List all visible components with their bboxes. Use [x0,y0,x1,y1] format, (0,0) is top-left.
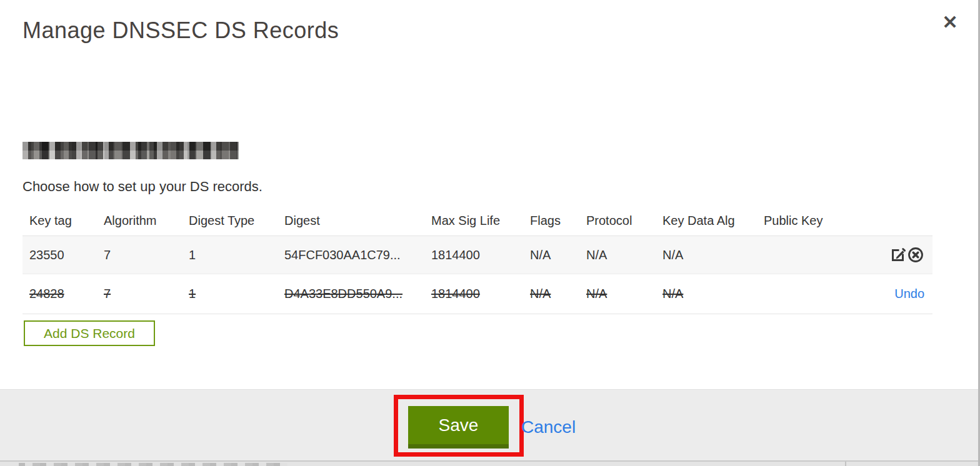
add-ds-record-button[interactable]: Add DS Record [24,320,155,346]
cancel-link[interactable]: Cancel [521,417,576,437]
page-title: Manage DNSSEC DS Records [22,17,339,44]
cell-key-tag: 24828 [22,287,104,301]
column-header-digest-type: Digest Type [189,214,284,228]
column-header-algorithm: Algorithm [104,214,189,228]
row-actions [891,246,932,264]
table-row-deleted: 24828 7 1 D4A33E8DD550A9... 1814400 N/A … [22,274,932,314]
column-header-key-tag: Key tag [22,214,104,228]
cell-key-tag: 23550 [22,248,104,262]
cell-protocol: N/A [586,287,662,301]
column-header-digest: Digest [284,214,431,228]
table-row: 23550 7 1 54FCF030AA1C79... 1814400 N/A … [22,235,932,274]
cell-max-sig-life: 1814400 [431,287,530,301]
cell-key-data-alg: N/A [662,287,764,301]
cell-digest-type: 1 [189,248,284,262]
column-header-protocol: Protocol [586,214,662,228]
delete-circle-x-icon[interactable] [907,246,924,264]
instruction-text: Choose how to set up your DS records. [22,179,262,195]
column-header-flags: Flags [530,214,586,228]
undo-link[interactable]: Undo [894,287,924,301]
cell-key-data-alg: N/A [662,248,764,262]
cell-algorithm: 7 [104,287,189,301]
column-header-max-sig-life: Max Sig Life [431,214,530,228]
close-icon[interactable]: ✕ [938,10,962,35]
save-button[interactable]: Save [408,406,509,449]
page-bottom-strip [0,460,978,466]
row-actions: Undo [891,287,932,301]
background-column-divider [845,462,846,466]
edit-icon[interactable] [889,246,907,264]
cell-digest: 54FCF030AA1C79... [284,248,431,262]
ds-records-table: Key tag Algorithm Digest Type Digest Max… [22,206,932,314]
cell-max-sig-life: 1814400 [431,248,530,262]
cell-algorithm: 7 [104,248,189,262]
cell-flags: N/A [530,248,586,262]
cell-digest: D4A33E8DD550A9... [284,287,431,301]
column-header-key-data-alg: Key Data Alg [662,214,764,228]
background-content-smudge [19,463,288,466]
column-header-public-key: Public Key [764,214,891,228]
cell-protocol: N/A [586,248,662,262]
cell-digest-type: 1 [189,287,284,301]
redacted-domain-name [22,142,239,159]
table-header-row: Key tag Algorithm Digest Type Digest Max… [22,206,932,235]
cell-flags: N/A [530,287,586,301]
dnssec-modal: Manage DNSSEC DS Records ✕ Choose how to… [0,0,980,466]
